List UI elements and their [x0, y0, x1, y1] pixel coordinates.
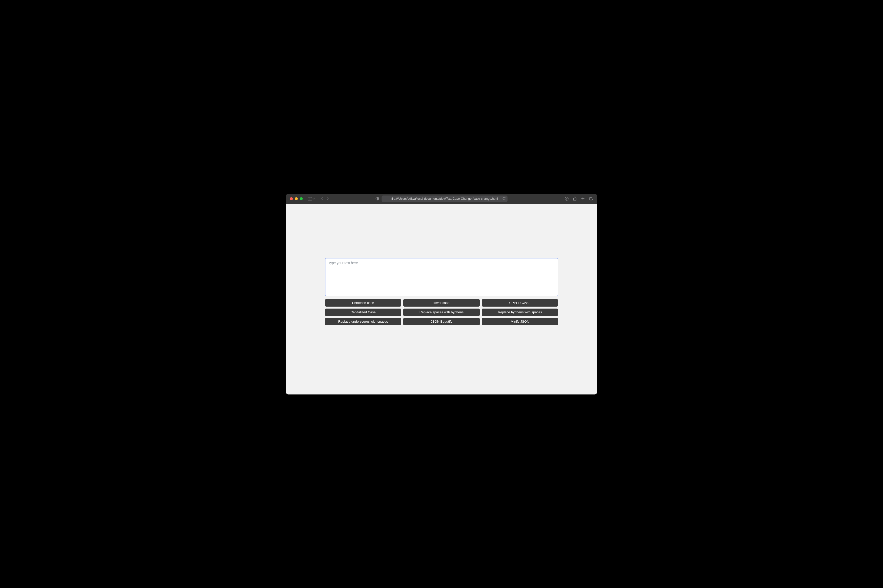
tabs-overview-icon[interactable]	[589, 197, 593, 201]
text-input[interactable]	[325, 258, 558, 296]
reload-icon[interactable]	[503, 197, 506, 201]
browser-window: file:///Users/aditya/local-documents/dev…	[286, 194, 597, 394]
address-url: file:///Users/aditya/local-documents/dev…	[391, 197, 498, 201]
replace-underscores-spaces-button[interactable]: Replace underscores with spaces	[325, 318, 401, 326]
share-icon[interactable]	[573, 196, 577, 201]
json-beautify-button[interactable]: JSON Beautify	[403, 318, 480, 326]
maximize-window-button[interactable]	[300, 197, 303, 200]
chevron-down-icon	[312, 198, 315, 200]
page-content: Sentence case lower case UPPER CASE Capi…	[286, 204, 597, 394]
button-grid: Sentence case lower case UPPER CASE Capi…	[325, 299, 558, 326]
titlebar: file:///Users/aditya/local-documents/dev…	[286, 194, 597, 204]
svg-rect-4	[589, 198, 592, 200]
minimize-window-button[interactable]	[295, 197, 298, 200]
window-controls	[290, 197, 303, 200]
toolbar-center: file:///Users/aditya/local-documents/dev…	[375, 195, 508, 202]
close-window-button[interactable]	[290, 197, 293, 200]
toolbar-left	[308, 197, 329, 201]
upper-case-button[interactable]: UPPER CASE	[482, 299, 558, 307]
sidebar-toggle-button[interactable]	[308, 197, 315, 201]
back-button[interactable]	[321, 197, 323, 201]
lower-case-button[interactable]: lower case	[403, 299, 480, 307]
app-container: Sentence case lower case UPPER CASE Capi…	[325, 258, 558, 326]
capitalized-case-button[interactable]: Capitalized Case	[325, 309, 401, 316]
shield-icon[interactable]	[375, 197, 379, 201]
toolbar-right	[565, 196, 593, 201]
sentence-case-button[interactable]: Sentence case	[325, 299, 401, 307]
svg-rect-0	[308, 197, 312, 200]
minify-json-button[interactable]: Minify JSON	[482, 318, 558, 326]
downloads-icon[interactable]	[565, 197, 569, 201]
nav-arrows	[321, 197, 329, 201]
forward-button[interactable]	[327, 197, 329, 201]
replace-hyphens-spaces-button[interactable]: Replace hyphens with spaces	[482, 309, 558, 316]
replace-spaces-hyphens-button[interactable]: Replace spaces with hyphens	[403, 309, 480, 316]
new-tab-icon[interactable]	[581, 197, 585, 201]
address-bar[interactable]: file:///Users/aditya/local-documents/dev…	[382, 195, 508, 202]
